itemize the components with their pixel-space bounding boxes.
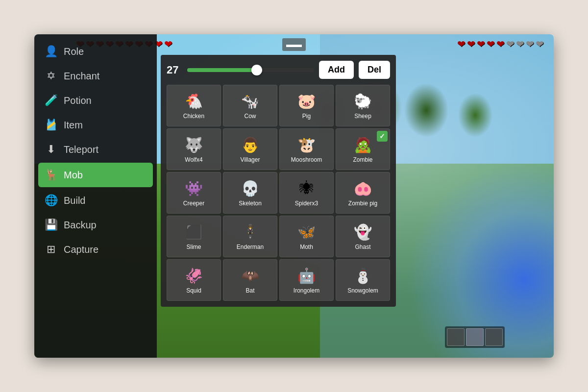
zombie-label: Zombie (353, 156, 372, 163)
zombie-checkmark: ✓ (377, 131, 388, 142)
mob-icon: 🦌 (44, 169, 58, 181)
creeper-label: Creeper (183, 200, 204, 207)
mob-cell-creeper[interactable]: 👾 Creeper (167, 172, 221, 214)
sidebar-item-teleport[interactable]: ⬇ Teleport (34, 137, 157, 162)
hotbar-slot-2[interactable] (466, 328, 484, 346)
hotbar-slot-3[interactable] (485, 328, 503, 346)
sidebar-item-backup[interactable]: 💾 Backup (34, 213, 157, 237)
zombiepig-label: Zombie pig (348, 200, 377, 207)
backup-icon: 💾 (44, 219, 58, 231)
sidebar-item-item[interactable]: 🎽 Item (34, 113, 157, 137)
sidebar-label-build: Build (64, 195, 85, 206)
item-icon: 🎽 (44, 119, 58, 131)
irongolem-label: Irongolem (294, 287, 319, 294)
sheep-label: Sheep (354, 113, 371, 120)
enderman-label: Enderman (237, 244, 264, 250)
mob-cell-villager[interactable]: 👨 Villager (223, 128, 277, 170)
moth-label: Moth (300, 244, 313, 250)
sidebar-label-item: Item (64, 120, 83, 131)
zombiepig-sprite: 🐽 (351, 176, 375, 200)
mob-cell-squid[interactable]: 🦑 Squid (167, 259, 221, 301)
mob-cell-zombie[interactable]: ✓ 🧟 Zombie (336, 128, 390, 170)
sheep-sprite: 🐑 (351, 89, 375, 113)
pig-sprite: 🐷 (295, 89, 318, 113)
cow-label: Cow (244, 113, 256, 120)
skeleton-label: Skeleton (239, 200, 262, 207)
build-icon: 🌐 (44, 194, 58, 207)
mob-cell-pig[interactable]: 🐷 Pig (279, 85, 334, 126)
sidebar-item-enchant[interactable]: ✡ Enchant (34, 64, 157, 88)
sidebar-item-role[interactable]: 👤 Role (34, 39, 157, 64)
mob-cell-moth[interactable]: 🦋 Moth (279, 216, 334, 257)
sidebar-label-potion: Potion (64, 95, 92, 106)
mob-cell-cow[interactable]: 🐄 Cow (223, 85, 277, 126)
spiderx3-label: Spiderx3 (295, 200, 318, 207)
mob-cell-snowgolem[interactable]: ⛄ Snowgolem (336, 259, 390, 301)
slider-row: 27 Add Del (167, 61, 390, 79)
squid-label: Squid (186, 287, 201, 294)
slime-sprite: ⬛ (182, 220, 206, 244)
skeleton-sprite: 💀 (239, 176, 262, 200)
sidebar-label-mob: Mob (64, 170, 83, 181)
teleport-icon: ⬇ (44, 143, 58, 156)
sidebar-item-potion[interactable]: 🧪 Potion (34, 88, 157, 113)
chicken-sprite: 🐔 (182, 89, 206, 113)
mob-cell-zombiepig[interactable]: 🐽 Zombie pig (336, 172, 390, 214)
sidebar: 👤 Role ✡ Enchant 🧪 Potion 🎽 Item ⬇ Telep… (34, 34, 157, 358)
slider-thumb[interactable] (251, 65, 262, 75)
hotbar (445, 326, 505, 348)
mob-panel: 27 Add Del 🐔 Chicken 🐄 Cow 🐷 Pig (161, 55, 396, 307)
mob-cell-wolfx4[interactable]: 🐺 Wolfx4 (167, 128, 221, 170)
sidebar-label-backup: Backup (64, 220, 97, 231)
mob-cell-irongolem[interactable]: 🤖 Irongolem (279, 259, 334, 301)
add-button[interactable]: Add (319, 61, 354, 79)
spiderx3-sprite: 🕷 (295, 176, 318, 200)
hotbar-slot-1[interactable] (447, 328, 465, 346)
del-button[interactable]: Del (359, 61, 390, 79)
mob-cell-spiderx3[interactable]: 🕷 Spiderx3 (279, 172, 334, 214)
bat-label: Bat (245, 287, 254, 294)
mob-cell-chicken[interactable]: 🐔 Chicken (167, 85, 221, 126)
mob-cell-bat[interactable]: 🦇 Bat (223, 259, 277, 301)
villager-sprite: 👨 (239, 133, 262, 156)
mob-grid: 🐔 Chicken 🐄 Cow 🐷 Pig 🐑 Sheep 🐺 Wolfx4 (167, 85, 390, 301)
mob-cell-enderman[interactable]: 🕴 Enderman (223, 216, 277, 257)
moth-sprite: 🦋 (295, 220, 318, 244)
irongolem-sprite: 🤖 (295, 264, 318, 287)
sidebar-label-capture: Capture (64, 244, 98, 255)
mooshroom-label: Mooshroom (291, 156, 322, 163)
sidebar-label-teleport: Teleport (64, 144, 98, 155)
snowgolem-sprite: ⛄ (351, 264, 375, 287)
mob-cell-mooshroom[interactable]: 🐮 Mooshroom (279, 128, 334, 170)
sidebar-item-build[interactable]: 🌐 Build (34, 188, 157, 213)
inventory-icon: ▬▬ (286, 40, 302, 49)
slime-label: Slime (186, 244, 201, 250)
cow-sprite: 🐄 (239, 89, 262, 113)
chicken-label: Chicken (183, 113, 204, 120)
ghast-label: Ghast (355, 244, 370, 250)
mob-cell-skeleton[interactable]: 💀 Skeleton (223, 172, 277, 214)
slider-track[interactable] (187, 68, 314, 72)
health-bar-right: ❤ ❤ ❤ ❤ ❤ ❤ ❤ ❤ ❤ (457, 38, 544, 50)
inventory-button[interactable]: ▬▬ (282, 38, 306, 51)
mob-cell-sheep[interactable]: 🐑 Sheep (336, 85, 390, 126)
creeper-sprite: 👾 (182, 176, 206, 200)
sidebar-item-mob[interactable]: 🦌 Mob (38, 163, 153, 187)
sidebar-item-capture[interactable]: ⊞ Capture (34, 237, 157, 262)
slider-value: 27 (167, 64, 182, 76)
sidebar-label-role: Role (64, 46, 84, 57)
wolfx4-label: Wolfx4 (185, 156, 202, 163)
squid-sprite: 🦑 (182, 264, 206, 287)
mob-cell-slime[interactable]: ⬛ Slime (167, 216, 221, 257)
ghast-sprite: 👻 (351, 220, 375, 244)
mob-cell-ghast[interactable]: 👻 Ghast (336, 216, 390, 257)
sidebar-label-enchant: Enchant (64, 71, 99, 82)
villager-label: Villager (241, 156, 260, 163)
mooshroom-sprite: 🐮 (295, 133, 318, 156)
potion-icon: 🧪 (44, 94, 58, 107)
slider-fill (187, 68, 257, 72)
snowgolem-label: Snowgolem (347, 287, 378, 294)
enderman-sprite: 🕴 (239, 220, 262, 244)
pig-label: Pig (302, 113, 311, 120)
bat-sprite: 🦇 (239, 264, 262, 287)
